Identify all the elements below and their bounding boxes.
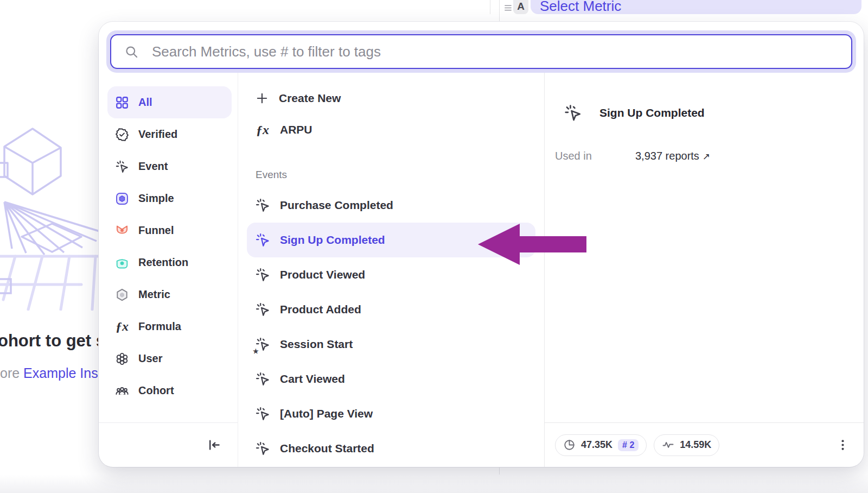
simple-metric-icon [115,192,129,206]
events-section-header: Events [247,162,535,188]
sidebar-item-label: Event [138,160,168,173]
report-usage-stat[interactable]: 47.35K # 2 [555,434,647,456]
event-label: Session Start [280,338,353,351]
sidebar-item-formula[interactable]: ƒx Formula [107,311,232,343]
event-label: Sign Up Completed [280,233,385,246]
search-input[interactable] [152,43,838,60]
sidebar-item-label: Cohort [138,384,174,397]
select-metric-label: Select Metric [540,0,621,13]
background-column-divider [490,0,490,14]
sidebar-item-label: Retention [138,256,188,269]
sidebar-item-label: All [138,96,152,109]
background-subtext-prefix: ore [0,365,23,381]
sidebar-item-funnel[interactable]: Funnel [107,214,232,246]
detail-footer: 47.35K # 2 14.59K [545,422,864,467]
reports-count: 3,937 reports [635,150,699,162]
formula-fx-icon: ƒx [115,319,129,334]
plus-icon [255,91,269,105]
event-cursor-icon [255,232,270,248]
series-a-badge: A [513,0,528,14]
rank-chip: # 2 [618,439,639,451]
detail-header: Sign Up Completed [545,102,864,124]
retention-icon [115,256,129,270]
list-item-checkout-started[interactable]: Checkout Started [247,431,535,466]
select-metric-field[interactable]: Select Metric [531,0,861,14]
formula-fx-icon: ƒx [255,123,270,137]
search-icon [124,45,139,59]
event-label: [Auto] Page View [280,407,373,420]
sidebar-item-label: Verified [138,128,177,141]
activity-stat[interactable]: 14.59K [654,434,719,456]
list-item-product-added[interactable]: Product Added [247,292,535,327]
user-cluster-icon [115,352,129,366]
stat-value: 47.35K [581,439,612,451]
event-label: Checkout Started [280,442,374,455]
event-cursor-icon [255,441,270,456]
sidebar-item-label: Formula [138,320,181,333]
event-label: Product Viewed [280,268,365,281]
sidebar-item-label: User [138,352,162,365]
create-new-button[interactable]: Create New [247,83,535,114]
event-label: Cart Viewed [280,372,345,385]
example-insights-link[interactable]: Example Ins [23,365,98,381]
detail-title: Sign Up Completed [599,106,705,119]
sidebar-item-all[interactable]: All [107,86,232,118]
hexagon-metric-icon [115,288,129,302]
star-glyph: ★ [253,347,259,355]
list-item-session-start[interactable]: ★ Session Start [247,327,535,362]
event-cursor-icon [115,160,129,174]
search-box[interactable] [110,34,852,69]
more-options-kebab-icon[interactable] [836,438,850,452]
grid-icon [115,96,129,110]
used-in-row: Used in 3,937 reports↗ [545,150,864,162]
list-item-sign-up-completed[interactable]: Sign Up Completed [247,223,535,257]
decorative-wireframe-art [0,121,104,311]
sidebar-item-verified[interactable]: Verified [107,118,232,150]
drag-handle-icon[interactable] [503,3,513,15]
list-item-auto-page-view[interactable]: [Auto] Page View [247,396,535,431]
sidebar-item-retention[interactable]: Retention [107,246,232,279]
list-item-arpu[interactable]: ƒx ARPU [247,114,535,146]
metric-picker-dialog: All Verified Event Simple Funnel R [99,22,864,467]
sidebar-item-simple[interactable]: Simple [107,182,232,214]
event-cursor-starred-icon: ★ [255,337,270,352]
sidebar-item-label: Simple [138,192,174,205]
metric-detail-panel: Sign Up Completed Used in 3,937 reports↗… [544,73,864,467]
sidebar-item-metric[interactable]: Metric [107,279,232,311]
list-item-purchase-completed[interactable]: Purchase Completed [247,188,535,223]
cohort-people-icon [115,384,129,398]
sidebar-item-label: Funnel [138,224,174,237]
search-halo [106,30,856,73]
event-label: Product Added [280,303,361,316]
background-subtext: ore Example Ins [0,365,98,381]
event-cursor-icon [255,267,270,282]
list-item-cart-viewed[interactable]: Cart Viewed [247,362,535,396]
page-bottom-fade [0,475,868,493]
event-cursor-icon [255,406,270,421]
event-cursor-icon [255,371,270,387]
stat-value: 14.59K [680,439,711,451]
sidebar-item-label: Metric [138,288,170,301]
create-new-label: Create New [279,92,341,105]
sidebar-item-cohort[interactable]: Cohort [107,375,232,407]
event-cursor-icon [255,198,270,213]
background-headline-clipped: ohort to get s [0,331,105,351]
activity-pulse-icon [662,439,674,451]
list-item-product-viewed[interactable]: Product Viewed [247,257,535,292]
event-cursor-icon [564,104,582,122]
arpu-label: ARPU [280,123,312,136]
collapse-sidebar-icon[interactable] [207,438,221,452]
sidebar-footer [99,422,238,467]
pie-chart-icon [563,439,576,451]
type-filter-sidebar: All Verified Event Simple Funnel R [99,73,238,467]
used-in-reports-link[interactable]: 3,937 reports↗ [635,150,710,162]
event-cursor-icon [255,302,270,317]
sidebar-item-event[interactable]: Event [107,150,232,182]
metric-list: Create New ƒx ARPU Events Purchase Compl… [238,73,544,467]
sidebar-item-user[interactable]: User [107,343,232,375]
external-link-icon: ↗ [703,151,710,162]
used-in-label: Used in [555,150,635,162]
event-label: Purchase Completed [280,199,393,212]
funnel-icon [115,224,129,238]
verified-seal-icon [115,128,129,142]
